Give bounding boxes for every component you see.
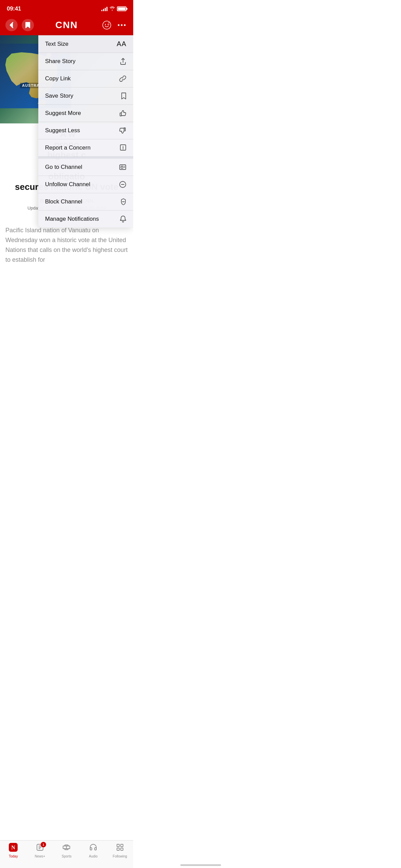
menu-item-manage-notifications[interactable]: Manage Notifications xyxy=(38,211,133,228)
svg-point-1 xyxy=(105,24,106,25)
svg-point-2 xyxy=(108,24,109,25)
text-size-label: Text Size xyxy=(45,41,68,47)
svg-point-3 xyxy=(118,24,120,26)
status-bar: 09:41 xyxy=(0,0,133,16)
share-story-label: Share Story xyxy=(45,58,76,65)
text-size-icon: AA xyxy=(117,40,126,48)
menu-item-unfollow-channel[interactable]: Unfollow Channel xyxy=(38,176,133,193)
menu-item-save-story[interactable]: Save Story xyxy=(38,87,133,105)
bell-icon xyxy=(120,215,126,223)
article-body: Pacific Island nation of Vanuatu on Wedn… xyxy=(5,225,128,264)
go-channel-label: Go to Channel xyxy=(45,164,82,171)
svg-rect-9 xyxy=(121,166,123,168)
menu-item-report-concern[interactable]: Report a Concern xyxy=(38,139,133,157)
menu-item-suggest-less[interactable]: Suggest Less xyxy=(38,122,133,139)
nav-bar: CNN xyxy=(0,16,133,35)
svg-rect-8 xyxy=(120,165,126,170)
menu-item-go-channel[interactable]: Go to Channel xyxy=(38,159,133,176)
save-bookmark-icon xyxy=(121,92,126,100)
back-button[interactable] xyxy=(5,19,18,31)
channel-icon xyxy=(119,163,126,171)
thumbup-icon xyxy=(119,110,126,117)
thumbdown-icon xyxy=(119,127,126,134)
block-icon xyxy=(120,198,126,205)
link-icon xyxy=(119,75,126,82)
save-story-label: Save Story xyxy=(45,93,73,99)
menu-item-block-channel[interactable]: Block Channel xyxy=(38,193,133,211)
menu-item-copy-link[interactable]: Copy Link xyxy=(38,70,133,87)
menu-item-suggest-more[interactable]: Suggest More xyxy=(38,105,133,122)
more-button[interactable] xyxy=(116,19,128,31)
menu-item-text-size[interactable]: Text Size AA xyxy=(38,35,133,53)
status-time: 09:41 xyxy=(7,5,21,12)
dropdown-menu: Text Size AA Share Story Copy Link Save … xyxy=(38,35,133,228)
status-icons xyxy=(101,6,126,12)
signal-icon xyxy=(101,6,107,11)
block-channel-label: Block Channel xyxy=(45,198,82,205)
unfollow-channel-label: Unfollow Channel xyxy=(45,181,90,188)
wifi-icon xyxy=(109,6,115,12)
report-concern-label: Report a Concern xyxy=(45,144,91,151)
report-icon xyxy=(120,144,126,152)
reaction-button[interactable] xyxy=(101,19,113,31)
svg-point-0 xyxy=(103,21,111,29)
bookmark-button[interactable] xyxy=(22,19,34,31)
cnn-logo: CNN xyxy=(55,20,78,31)
manage-notifications-label: Manage Notifications xyxy=(45,216,99,222)
suggest-more-label: Suggest More xyxy=(45,110,81,117)
menu-item-share-story[interactable]: Share Story xyxy=(38,53,133,70)
svg-point-4 xyxy=(121,24,123,26)
copy-link-label: Copy Link xyxy=(45,75,71,82)
suggest-less-label: Suggest Less xyxy=(45,127,80,134)
svg-point-5 xyxy=(124,24,126,26)
unfollow-icon xyxy=(119,181,126,188)
battery-icon xyxy=(117,6,126,11)
share-icon xyxy=(120,58,126,65)
